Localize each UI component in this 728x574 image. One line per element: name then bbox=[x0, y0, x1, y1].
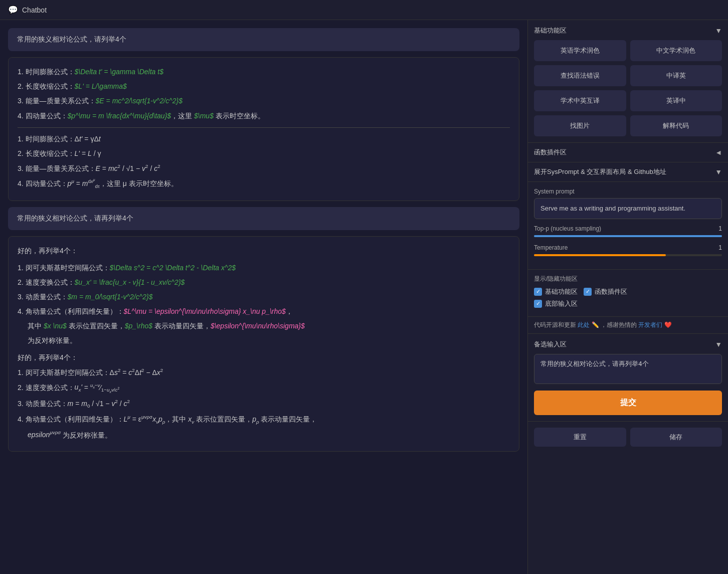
top-p-label: Top-p (nucleus sampling) bbox=[534, 225, 601, 232]
zh-academic-btn[interactable]: 中文学术润色 bbox=[630, 40, 722, 61]
en-academic-btn[interactable]: 英语学术润色 bbox=[534, 40, 626, 61]
functions-plugin-section: 函数插件区 ◄ bbox=[528, 143, 728, 162]
checkbox-basic-box: ✓ bbox=[534, 288, 542, 296]
sysprompt-content: System prompt Serve me as a writing and … bbox=[528, 182, 728, 270]
en-to-zh-btn[interactable]: 英译中 bbox=[630, 90, 722, 111]
top-p-value: 1 bbox=[707, 225, 722, 232]
checkbox-basic[interactable]: ✓ 基础功能区 bbox=[534, 287, 578, 296]
bottom-buttons: 重置 储存 bbox=[528, 422, 728, 453]
basic-functions-arrow: ▼ bbox=[715, 27, 722, 35]
checkbox-functions-box: ✓ bbox=[584, 288, 592, 296]
sysprompt-arrow: ▼ bbox=[715, 168, 722, 176]
functions-plugin-header[interactable]: 函数插件区 ◄ bbox=[534, 148, 722, 157]
app-title: Chatbot bbox=[22, 6, 47, 14]
alt-input-header[interactable]: 备选输入区 ▼ bbox=[534, 340, 722, 349]
basic-functions-header[interactable]: 基础功能区 ▼ bbox=[534, 26, 722, 35]
explain-code-btn[interactable]: 解释代码 bbox=[630, 115, 722, 136]
alt-input-section: 备选输入区 ▼ 常用的狭义相对论公式，请再列举4个 提交 bbox=[528, 334, 728, 422]
sysprompt-expand-header[interactable]: 展开SysPrompt & 交互界面布局 & Github地址 ▼ bbox=[528, 162, 728, 182]
basic-functions-grid: 英语学术润色 中文学术润色 查找语法错误 中译英 学术中英互译 英译中 找图片 … bbox=[534, 40, 722, 136]
zh-to-en-btn[interactable]: 中译英 bbox=[630, 65, 722, 86]
save-button[interactable]: 储存 bbox=[630, 428, 722, 447]
visibility-section: 显示/隐藏功能区 ✓ 基础功能区 ✓ 函数插件区 ✓ 底部输入区 bbox=[528, 270, 728, 317]
sidebar: 基础功能区 ▼ 英语学术润色 中文学术润色 查找语法错误 中译英 学术中英互译 … bbox=[527, 20, 728, 574]
find-image-btn[interactable]: 找图片 bbox=[534, 115, 626, 136]
checkbox-row-2: ✓ 底部输入区 bbox=[534, 299, 722, 308]
assistant-message-1: 1. 时间膨胀公式：$\Delta t' = \gamma \Delta t$ … bbox=[8, 57, 519, 201]
submit-button[interactable]: 提交 bbox=[534, 391, 722, 415]
alt-input-arrow: ▼ bbox=[715, 340, 722, 348]
basic-functions-section: 基础功能区 ▼ 英语学术润色 中文学术润色 查找语法错误 中译英 学术中英互译 … bbox=[528, 20, 728, 143]
visibility-label: 显示/隐藏功能区 bbox=[534, 275, 722, 283]
checkbox-bottom[interactable]: ✓ 底部输入区 bbox=[534, 299, 578, 308]
user-message-2: 常用的狭义相对论公式，请再列举4个 bbox=[8, 207, 519, 230]
chat-icon: 💬 bbox=[8, 5, 18, 15]
checkbox-functions[interactable]: ✓ 函数插件区 bbox=[584, 287, 627, 296]
top-p-slider[interactable] bbox=[534, 235, 722, 237]
system-prompt-value[interactable]: Serve me as a writing and programming as… bbox=[534, 198, 722, 219]
chat-area: 常用的狭义相对论公式，请列举4个 1. 时间膨胀公式：$\Delta t' = … bbox=[0, 20, 527, 574]
source-link-row: 代码开源和更新 此处 ✏️ ，感谢热情的 开发者们 ❤️ bbox=[528, 317, 728, 334]
top-p-row: Top-p (nucleus sampling) 1 bbox=[534, 225, 722, 232]
developer-link[interactable]: 开发者们 bbox=[638, 321, 662, 328]
assistant-message-2: 好的，再列举4个： 1. 闵可夫斯基时空间隔公式：$\Delta s^2 = c… bbox=[8, 236, 519, 452]
temperature-label: Temperature bbox=[534, 244, 568, 251]
temperature-row: Temperature 1 bbox=[534, 244, 722, 251]
alt-input-textarea[interactable]: 常用的狭义相对论公式，请再列举4个 bbox=[534, 354, 722, 384]
user-message-1: 常用的狭义相对论公式，请列举4个 bbox=[8, 28, 519, 51]
functions-plugin-arrow: ◄ bbox=[715, 148, 722, 156]
find-grammar-btn[interactable]: 查找语法错误 bbox=[534, 65, 626, 86]
academic-translate-btn[interactable]: 学术中英互译 bbox=[534, 90, 626, 111]
checkbox-bottom-box: ✓ bbox=[534, 300, 542, 308]
top-bar: 💬 Chatbot bbox=[0, 0, 728, 20]
source-link[interactable]: 此处 bbox=[578, 321, 590, 328]
reset-button[interactable]: 重置 bbox=[534, 428, 626, 447]
temperature-slider[interactable] bbox=[534, 254, 722, 256]
heart-icon: ❤️ bbox=[664, 321, 672, 328]
temperature-value: 1 bbox=[707, 244, 722, 251]
checkbox-row-1: ✓ 基础功能区 ✓ 函数插件区 bbox=[534, 287, 722, 296]
system-prompt-label: System prompt bbox=[534, 188, 722, 195]
main-layout: 常用的狭义相对论公式，请列举4个 1. 时间膨胀公式：$\Delta t' = … bbox=[0, 20, 728, 574]
